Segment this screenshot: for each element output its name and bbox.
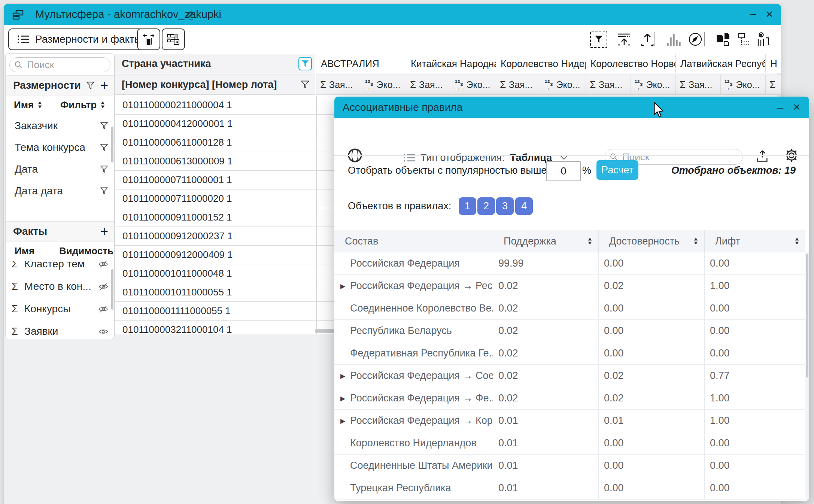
- eye-icon[interactable]: [98, 328, 108, 335]
- active-filter-icon[interactable]: [298, 57, 312, 70]
- main-title-bar[interactable]: Мультисфера - akomrachkov_zakupki – ×: [4, 4, 781, 25]
- dimensions-facts-button[interactable]: Размерности и факты: [8, 28, 151, 50]
- edit-title-icon[interactable]: [184, 9, 195, 20]
- fact-item[interactable]: Σ Конкурсы: [6, 298, 114, 320]
- dimensions-filter-icon[interactable]: [86, 82, 95, 89]
- column-header[interactable]: Латвийская Респуб: [675, 54, 769, 73]
- filter-icon[interactable]: [100, 122, 108, 130]
- table-view-button[interactable]: [162, 28, 185, 50]
- support-column-header[interactable]: Поддержка: [493, 230, 598, 252]
- expand-arrow-icon[interactable]: ▶: [340, 372, 345, 380]
- dialog-scrollbar[interactable]: [805, 252, 809, 500]
- measure-header-applications[interactable]: ΣЗая...: [316, 75, 364, 95]
- horizontal-scrollbar[interactable]: [315, 329, 334, 333]
- object-count-button-2[interactable]: 2: [477, 197, 495, 215]
- add-fact-button[interactable]: +: [100, 225, 108, 238]
- export-icon[interactable]: [639, 31, 656, 48]
- measure-header-applications[interactable]: ΣЗая...: [675, 75, 724, 95]
- dimension-item[interactable]: Дата дата: [6, 180, 114, 202]
- table-row[interactable]: Российская Федерация 99.99 0.00 0.00: [334, 252, 805, 275]
- measure-header-applications[interactable]: ΣЗая...: [406, 75, 454, 95]
- measure-header-economy[interactable]: ¹²₃→ Эко...: [451, 75, 499, 95]
- search-input[interactable]: [26, 59, 106, 71]
- row-key-header[interactable]: [Номер конкурса] [Номер лота]: [115, 75, 315, 95]
- column-header[interactable]: АВСТРАЛИЯ: [316, 54, 410, 73]
- filter-icon[interactable]: [100, 166, 108, 173]
- measure-header-economy[interactable]: ¹²₃→ Эко...: [720, 75, 769, 95]
- table-row[interactable]: Федеративная Республика Ге... 0.02 0.00 …: [334, 342, 805, 365]
- dialog-minimize-button[interactable]: –: [773, 100, 787, 115]
- fact-item[interactable]: Σ Заявки: [6, 320, 114, 339]
- measure-header-economy[interactable]: ¹²₃→ Эко...: [361, 75, 409, 95]
- display-type-select[interactable]: Тип отображения: Таблица: [403, 148, 568, 167]
- add-dimension-button[interactable]: +: [100, 79, 108, 92]
- object-count-button-1[interactable]: 1: [459, 197, 476, 215]
- filter-tool-icon[interactable]: [590, 31, 607, 48]
- confidence-column-header[interactable]: Достоверность: [598, 230, 704, 252]
- column-header[interactable]: Королевство Нидер: [496, 54, 590, 73]
- column-header[interactable]: Китайская Народна: [406, 54, 500, 73]
- object-count-button-4[interactable]: 4: [515, 197, 533, 215]
- table-row[interactable]: ▶Российская Федерация → Кор... 0.01 0.01…: [334, 410, 805, 432]
- table-row[interactable]: Соединенные Штаты Америки 0.01 0.00 0.00: [334, 455, 805, 477]
- row-dimension-header[interactable]: Страна участника: [115, 54, 315, 73]
- dimension-item[interactable]: Заказчик: [6, 115, 114, 137]
- measure-header-applications[interactable]: Σ: [765, 75, 781, 95]
- table-row[interactable]: Турецкая Республика 0.01 0.00 0.00: [334, 477, 805, 500]
- column-header[interactable]: Н: [765, 54, 781, 73]
- column-header[interactable]: Королевство Норве: [586, 54, 680, 73]
- eye-slash-icon[interactable]: [98, 261, 108, 268]
- popularity-input[interactable]: [546, 161, 581, 181]
- measure-header-economy[interactable]: ¹²₃→ Эко...: [541, 75, 589, 95]
- composition-column-header[interactable]: Состав: [334, 230, 493, 252]
- sort-icon[interactable]: [100, 101, 105, 109]
- table-row[interactable]: Соединенное Королевство Ве... 0.02 0.00 …: [334, 297, 805, 320]
- dimensions-scrollbar[interactable]: [111, 127, 113, 163]
- expand-arrow-icon[interactable]: ▶: [340, 394, 345, 402]
- table-row[interactable]: ▶Российская Федерация → Рес... 0.02 0.02…: [334, 275, 805, 297]
- table-row[interactable]: Республика Беларусь 0.02 0.00 0.00: [334, 320, 805, 342]
- sort-icon[interactable]: [587, 237, 592, 245]
- object-count-button-3[interactable]: 3: [496, 197, 514, 215]
- fact-item[interactable]: Σ Место в кон...: [6, 275, 114, 298]
- table-row[interactable]: Королевство Нидерландов 0.01 0.00 0.00: [334, 432, 805, 455]
- fact-item[interactable]: Σ Кластер тем: [6, 261, 114, 275]
- filter-icon[interactable]: [301, 81, 310, 89]
- copy-pages-icon[interactable]: [714, 31, 732, 48]
- visibility-columns-icon[interactable]: [756, 31, 773, 48]
- column-width-button[interactable]: [137, 28, 160, 50]
- measure-header-economy[interactable]: ¹²₃→ Эко...: [631, 75, 679, 95]
- calculate-button[interactable]: Расчет: [596, 160, 638, 180]
- chart-icon[interactable]: [665, 31, 682, 48]
- expand-arrow-icon[interactable]: ▶: [340, 282, 345, 290]
- dimension-item[interactable]: Дата: [6, 158, 114, 180]
- collapse-rows-icon[interactable]: [616, 31, 633, 48]
- sort-icon[interactable]: [795, 237, 799, 245]
- filter-icon[interactable]: [100, 144, 108, 151]
- expand-arrow-icon[interactable]: ▶: [340, 417, 345, 425]
- compass-icon[interactable]: [687, 31, 704, 48]
- scrollbar-thumb[interactable]: [806, 254, 808, 377]
- minimize-button[interactable]: –: [746, 7, 760, 21]
- table-row[interactable]: ▶Российская Федерация → Сое... 0.02 0.02…: [334, 365, 805, 387]
- table-row[interactable]: ▶Российская Федерация → Фе... 0.02 0.02 …: [334, 387, 805, 410]
- structure-icon[interactable]: [737, 31, 754, 48]
- filter-icon[interactable]: [100, 187, 108, 195]
- dialog-close-button[interactable]: ×: [790, 100, 804, 114]
- facts-columns-header: Имя Видимость: [6, 241, 114, 261]
- close-button[interactable]: ×: [762, 7, 777, 21]
- measure-header-applications[interactable]: ΣЗая...: [586, 75, 634, 95]
- eye-slash-icon[interactable]: [98, 283, 108, 290]
- eye-slash-icon[interactable]: [98, 306, 108, 313]
- percent-sign: %: [582, 165, 591, 176]
- panel-search[interactable]: [9, 57, 110, 72]
- dialog-export-icon[interactable]: [756, 149, 769, 163]
- dialog-title-bar[interactable]: Ассоциативные правила – ×: [334, 97, 809, 118]
- sort-icon[interactable]: [693, 237, 698, 245]
- facts-scrollbar[interactable]: [111, 269, 113, 310]
- dimension-item[interactable]: Тема конкурса: [6, 137, 114, 158]
- sort-icon[interactable]: [37, 101, 42, 109]
- measure-header-applications[interactable]: ΣЗая...: [496, 75, 544, 95]
- lift-column-header[interactable]: Лифт: [704, 230, 805, 252]
- dialog-search-input[interactable]: [622, 151, 738, 163]
